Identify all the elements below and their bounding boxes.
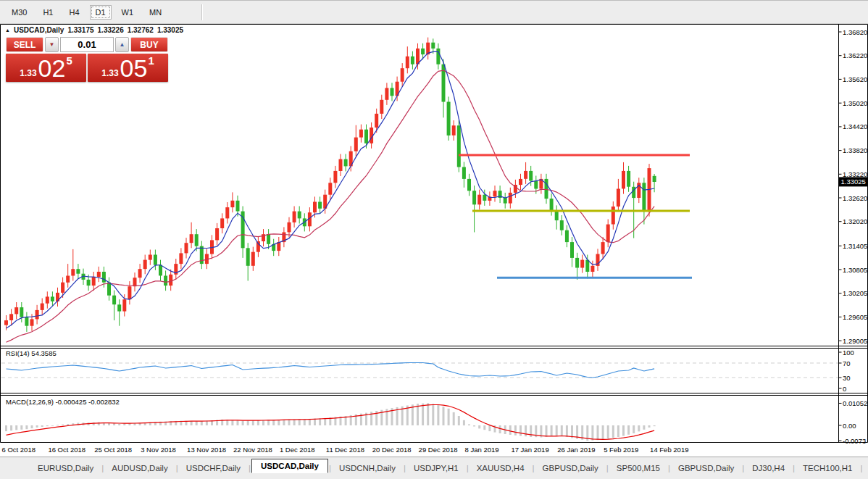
timeframe-button-d1[interactable]: D1 [90,5,112,20]
ohlc-low: 1.32762 [128,26,154,34]
svg-text:1.35620: 1.35620 [843,75,867,83]
svg-text:-0.0073: -0.0073 [843,437,866,445]
volume-decrease-button[interactable]: ▼ [45,37,59,52]
buy-price-prefix: 1.33 [101,68,118,78]
buy-price-pips: 1 [148,54,154,67]
buy-price-display[interactable]: 1.33 05 1 [88,54,168,82]
volume-input[interactable] [60,37,114,52]
chart-symbol-label: USDCAD,Daily [14,26,64,34]
svg-text:1.29605: 1.29605 [843,313,867,321]
svg-text:1.32020: 1.32020 [843,217,867,225]
tab-gbpusd-daily[interactable]: GBPUSD,Daily [535,462,606,474]
one-click-trading-panel: SELL ▼ ▲ BUY 1.33 02 5 1.33 05 [6,37,168,82]
svg-text:1.34420: 1.34420 [843,122,867,130]
symbol-tab-bar: EURUSD,Daily|AUDUSD,Daily|USDCHF,Daily|U… [0,457,868,479]
svg-text:3 Nov 2018: 3 Nov 2018 [141,446,176,454]
timeframe-button-m30[interactable]: M30 [6,5,33,20]
svg-text:0.010525: 0.010525 [843,399,868,407]
svg-text:RSI(14) 54.3585: RSI(14) 54.3585 [6,349,57,357]
chart-header: ▲ USDCAD,Daily 1.33175 1.33226 1.32762 1… [5,26,183,34]
ohlc-close: 1.33025 [157,26,183,34]
svg-text:1.36820: 1.36820 [843,28,867,36]
timeframe-button-h4[interactable]: H4 [63,5,85,20]
svg-text:1.33820: 1.33820 [843,146,867,154]
svg-text:MACD(12,26,9) -0.000425 -0.002: MACD(12,26,9) -0.000425 -0.002832 [6,398,120,406]
toolbar-separator [201,4,202,20]
svg-text:16 Oct 2018: 16 Oct 2018 [48,446,85,454]
tab-tech100-h1[interactable]: TECH100,H1 [796,462,859,474]
svg-text:0.00: 0.00 [843,422,856,430]
symbol-tabs: EURUSD,Daily|AUDUSD,Daily|USDCHF,Daily|U… [30,462,859,474]
tab-usdjpy-h1[interactable]: USDJPY,H1 [406,462,466,474]
panel-borders [1,25,868,443]
svg-text:1.31405: 1.31405 [843,242,867,250]
sell-button[interactable]: SELL [6,37,43,52]
svg-text:14 Feb 2019: 14 Feb 2019 [650,446,688,454]
sell-price-prefix: 1.33 [20,68,36,78]
tab-usdcad-daily[interactable]: USDCAD,Daily [251,459,328,473]
collapse-icon[interactable]: ▲ [5,27,10,34]
ohlc-high: 1.33226 [98,26,124,34]
tab-separator: | [249,464,251,472]
svg-text:1.33025: 1.33025 [841,178,866,186]
svg-text:1.32620: 1.32620 [843,194,867,202]
buy-price-big: 05 [120,58,148,79]
svg-text:1.30805: 1.30805 [843,266,867,274]
tab-sp500-m15[interactable]: SP500,M15 [609,462,667,474]
sell-price-big: 02 [38,58,66,79]
svg-text:1 Dec 2018: 1 Dec 2018 [280,446,315,454]
tab-separator: | [533,464,535,472]
tab-usdcnh-daily[interactable]: USDCNH,Daily [332,462,403,474]
tab-usdchf-daily[interactable]: USDCHF,Daily [179,462,248,474]
tab-separator: | [176,464,178,472]
timeframe-toolbar: M30H1H4D1W1MN [0,0,868,24]
sell-price-display[interactable]: 1.33 02 5 [6,54,86,82]
date-axis: 6 Oct 201816 Oct 201825 Oct 20183 Nov 20… [2,446,689,454]
timeframe-button-mn[interactable]: MN [143,5,167,20]
tab-xauusd-h4[interactable]: XAUUSD,H4 [470,462,532,474]
svg-text:1.33220: 1.33220 [843,170,867,178]
svg-text:0: 0 [843,385,846,393]
svg-text:11 Dec 2018: 11 Dec 2018 [326,446,364,454]
svg-text:20 Dec 2018: 20 Dec 2018 [372,446,412,454]
tab-separator: | [606,464,609,472]
chart-canvas[interactable]: RSI(14) 54.3585MACD(12,26,9) -0.000425 -… [0,24,868,457]
svg-text:1.35020: 1.35020 [843,99,867,107]
chevron-down-icon: ▼ [49,41,55,48]
tab-separator: | [101,464,104,472]
svg-text:6 Oct 2018: 6 Oct 2018 [2,446,36,454]
macd-panel: MACD(12,26,9) -0.000425 -0.002832 [5,398,656,441]
svg-text:13 Nov 2018: 13 Nov 2018 [187,446,226,454]
tab-dj30-h4[interactable]: DJ30,H4 [745,462,792,474]
terminal-window: M30H1H4D1W1MN RSI(14) 54.3585MACD(12,26,… [0,0,868,479]
svg-text:70: 70 [843,359,851,367]
rsi-panel: RSI(14) 54.3585 [1,349,838,378]
svg-text:1.36220: 1.36220 [843,51,867,59]
ohlc-open: 1.33175 [67,26,93,34]
svg-text:29 Dec 2018: 29 Dec 2018 [419,446,458,454]
tab-separator: | [329,464,331,472]
buy-button[interactable]: BUY [130,37,168,52]
volume-increase-button[interactable]: ▲ [115,37,129,52]
svg-text:8 Jan 2019: 8 Jan 2019 [465,446,499,454]
tab-separator: | [742,464,744,472]
svg-text:26 Jan 2019: 26 Jan 2019 [557,446,595,454]
svg-text:17 Jan 2019: 17 Jan 2019 [511,446,548,454]
tab-gbpusd-daily[interactable]: GBPUSD,Daily [671,462,741,474]
tab-audusd-daily[interactable]: AUDUSD,Daily [104,462,175,474]
tab-separator: | [668,464,670,472]
svg-text:30: 30 [843,374,851,382]
timeframe-button-h1[interactable]: H1 [37,5,59,20]
svg-text:1.30205: 1.30205 [843,289,867,297]
timeframe-buttons: M30H1H4D1W1MN [4,5,170,20]
timeframe-button-w1[interactable]: W1 [116,5,140,20]
tab-eurusd-daily[interactable]: EURUSD,Daily [30,462,101,474]
horizontal-level-lines[interactable] [459,155,692,278]
svg-text:5 Feb 2019: 5 Feb 2019 [604,446,638,454]
sell-price-pips: 5 [66,54,72,67]
tab-separator: | [467,464,469,472]
svg-text:25 Oct 2018: 25 Oct 2018 [94,446,132,454]
chevron-up-icon: ▲ [120,41,125,48]
price-axis: 100703000.0105250.00-0.00731.368201.3622… [839,28,868,445]
tab-separator: | [793,464,795,472]
